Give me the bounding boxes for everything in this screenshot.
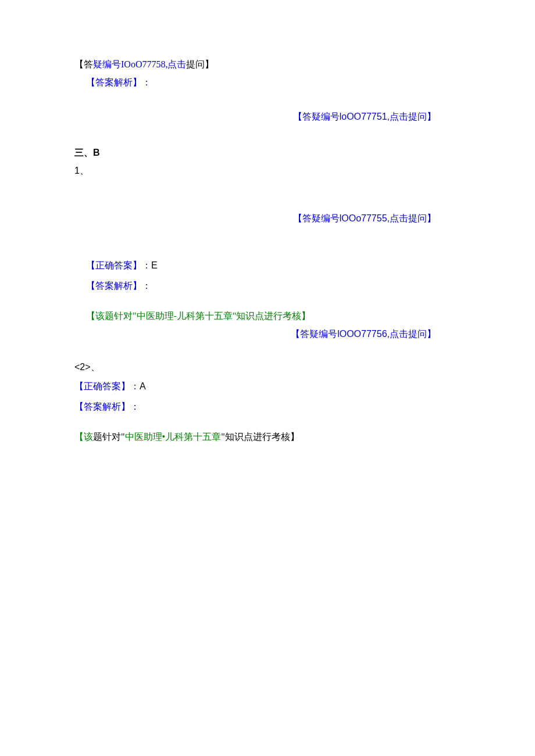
link-prefix: 【答疑编号: [293, 213, 340, 223]
analysis-text: 【答案解析】：: [86, 77, 151, 87]
question-link-1[interactable]: 【答疑编号loOO77751,点击提问】: [74, 109, 500, 126]
link-id: lOOO77756,: [337, 329, 390, 339]
answer-label: 【正确答案】：: [86, 260, 151, 270]
answer-label: 【正确答案】：: [74, 381, 140, 391]
link-suffix: 点击提问】: [390, 112, 436, 121]
note2-t1: 【该: [74, 432, 93, 442]
note-1: 【该题针对"中医助理-儿科第十五章"知识点进行考核】: [86, 308, 500, 325]
link-id: loOO77751,: [340, 112, 390, 121]
item-num2-part1: <2>: [74, 362, 91, 372]
question-link-2[interactable]: 【答疑编号lOOo77755,点击提问】: [74, 210, 500, 227]
text-middle: 疑编号IOoO77758,点击: [93, 59, 186, 69]
link-suffix: 点击提问】: [390, 213, 436, 223]
analysis-label-1: 【答案解析】：: [86, 278, 500, 295]
section-heading: 三、B: [74, 145, 500, 162]
text-prefix: 【答: [74, 59, 93, 69]
note2-t2: 题针对": [93, 432, 125, 442]
link-prefix: 【答疑编号: [291, 329, 337, 339]
analysis-text: 【答案解析】：: [86, 281, 151, 291]
link-prefix: 【答疑编号: [293, 112, 340, 121]
analysis-label-2: 【答案解析】：: [74, 399, 500, 415]
note2-t3: 中医助理•儿科第十五章: [125, 432, 222, 442]
item-number-1: 1、: [74, 163, 500, 180]
analysis-label-top: 【答案解析】：: [74, 74, 500, 91]
question-link-3[interactable]: 【答疑编号lOOO77756,点击提问】: [74, 326, 500, 343]
link-suffix: 点击提问】: [390, 329, 436, 339]
answer-value: E: [151, 260, 158, 270]
analysis-text: 【答案解析】：: [74, 402, 140, 411]
item-num-text: 1、: [74, 166, 89, 175]
item-number-2: <2>、: [74, 359, 500, 376]
answer-value: A: [140, 381, 146, 391]
heading-part1: 三、: [74, 148, 93, 157]
note-2: 【该题针对"中医助理•儿科第十五章"知识点进行考核】: [74, 429, 500, 446]
note-text: 【该题针对"中医助理-儿科第十五章"知识点进行考核】: [86, 311, 311, 321]
note2-t4: "知识点进行考核】: [221, 432, 299, 442]
correct-answer-2: 【正确答案】：A: [74, 378, 500, 395]
heading-part2: B: [93, 148, 100, 157]
link-id: lOOo77755,: [340, 213, 390, 223]
item-num2-part2: 、: [91, 362, 100, 372]
text-suffix: 提问】: [186, 59, 214, 69]
correct-answer-1: 【正确答案】：E: [86, 257, 500, 274]
answer-id-line-1: 【答疑编号IOoO77758,点击提问】: [74, 56, 500, 73]
